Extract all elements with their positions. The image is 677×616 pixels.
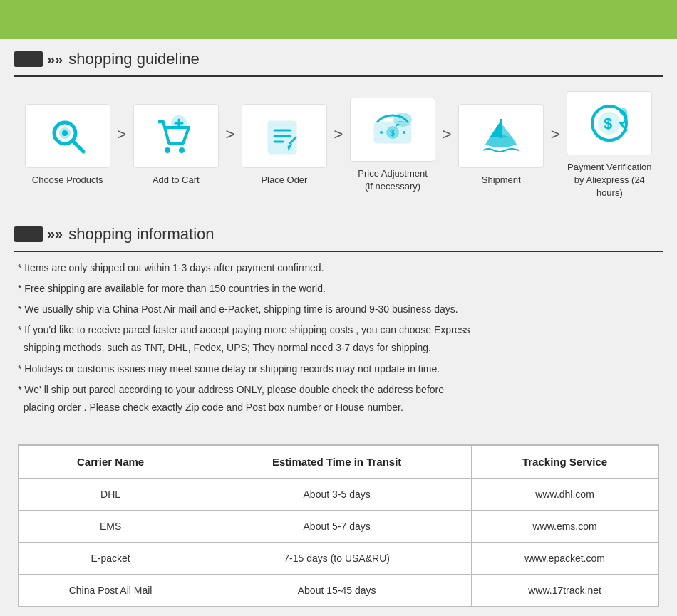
step-label-shipment: Shipment xyxy=(482,174,521,187)
step-payment-verification: $ Payment Verificationby Aliexpress (24 … xyxy=(564,91,656,200)
step-label-place-order: Place Oder xyxy=(261,174,307,187)
svg-point-17 xyxy=(380,131,383,134)
transit-epacket: 7-15 days (to USA&RU) xyxy=(202,543,472,575)
transit-chinapost: About 15-45 days xyxy=(202,575,472,607)
step-icon-add-to-cart xyxy=(133,104,219,168)
svg-text:...: ... xyxy=(398,116,405,124)
information-title: shopping information xyxy=(68,225,214,244)
search-icon xyxy=(46,115,89,157)
carrier-dhl: DHL xyxy=(19,479,202,511)
info-line-4: * If you'd like to receive parcel faster… xyxy=(18,321,659,357)
order-icon xyxy=(263,115,306,157)
arrow-2: > xyxy=(225,125,234,144)
info-line-2: * Free shipping are available for more t… xyxy=(18,280,659,298)
transit-ems: About 5-7 days xyxy=(202,511,472,543)
tracking-ems: www.ems.com xyxy=(472,511,658,543)
title-decoration: »» xyxy=(14,51,63,68)
svg-point-5 xyxy=(179,147,185,153)
svg-marker-22 xyxy=(502,125,512,137)
step-label-choose-products: Choose Products xyxy=(32,174,103,187)
table-header-tracking: Tracking Service xyxy=(472,446,658,479)
svg-point-18 xyxy=(403,131,405,134)
info-chevrons: »» xyxy=(47,226,63,242)
title-chevrons: »» xyxy=(47,51,63,68)
guideline-title: shopping guideline xyxy=(68,50,200,68)
arrow-4: > xyxy=(443,125,452,144)
info-bar-block xyxy=(14,226,43,242)
arrow-1: > xyxy=(117,125,126,144)
step-icon-shipment xyxy=(458,104,544,168)
arrow-3: > xyxy=(334,125,343,144)
shipping-table: Carrier Name Estimated Time in Transit T… xyxy=(19,445,658,607)
tracking-dhl: www.dhl.com xyxy=(472,479,658,511)
guideline-title-bar: »» shopping guideline xyxy=(14,50,663,68)
table-row: EMS About 5-7 days www.ems.com xyxy=(19,511,658,543)
svg-line-3 xyxy=(73,141,83,152)
step-label-add-to-cart: Add to Cart xyxy=(153,174,200,187)
table-header-carrier: Carrier Name xyxy=(19,446,202,479)
carrier-ems: EMS xyxy=(19,511,202,543)
step-icon-choose-products xyxy=(25,104,110,168)
table-header-transit: Estimated Time in Transit xyxy=(202,446,472,479)
payment-icon: $ xyxy=(588,102,631,145)
carrier-chinapost: China Post Ail Mail xyxy=(19,575,202,607)
step-icon-price-adjustment: $ ... xyxy=(350,98,435,162)
step-add-to-cart: Add to Cart xyxy=(130,104,222,187)
info-text-block: * Items are only shipped out within 1-3 … xyxy=(18,259,659,417)
svg-point-4 xyxy=(165,147,170,153)
step-label-price-adjustment: Price Adjustment(if necessary) xyxy=(358,167,428,193)
svg-point-27 xyxy=(620,108,627,115)
steps-container: Choose Products > Add to Cart > xyxy=(0,77,677,214)
arrow-5: > xyxy=(551,125,560,144)
shipping-table-wrapper: Carrier Name Estimated Time in Transit T… xyxy=(18,444,659,607)
svg-point-2 xyxy=(62,130,68,136)
step-icon-place-order xyxy=(242,104,327,168)
step-choose-products: Choose Products xyxy=(21,104,113,187)
info-line-3: * We usually ship via China Post Air mai… xyxy=(18,301,659,318)
info-line-5: * Holidays or customs issues may meet so… xyxy=(18,360,659,378)
table-row: China Post Ail Mail About 15-45 days www… xyxy=(19,575,658,607)
step-place-order: Place Oder xyxy=(238,104,330,187)
step-label-payment-verification: Payment Verificationby Aliexpress (24 ho… xyxy=(564,161,656,200)
information-title-bar: »» shopping information xyxy=(14,225,663,244)
transit-dhl: About 3-5 days xyxy=(202,479,472,511)
tracking-chinapost: www.17track.net xyxy=(472,575,658,607)
ship-icon xyxy=(480,115,522,157)
table-row: DHL About 3-5 days www.dhl.com xyxy=(19,479,658,511)
price-icon: $ ... xyxy=(371,108,414,151)
green-header-bar xyxy=(0,0,677,39)
title-bar-block xyxy=(14,51,43,67)
info-title-decoration: »» xyxy=(14,226,63,242)
svg-marker-21 xyxy=(490,120,501,137)
table-header-row: Carrier Name Estimated Time in Transit T… xyxy=(19,446,658,479)
info-line-6: * We' ll ship out parcel according to yo… xyxy=(18,381,659,417)
step-shipment: Shipment xyxy=(455,104,547,187)
svg-rect-9 xyxy=(269,122,296,153)
svg-text:$: $ xyxy=(390,128,395,138)
step-price-adjustment: $ ... Price Adjustment(if necessary) xyxy=(346,98,438,193)
info-line-1: * Items are only shipped out within 1-3 … xyxy=(18,259,659,277)
carrier-epacket: E-packet xyxy=(19,543,202,575)
step-icon-payment-verification: $ xyxy=(567,91,652,155)
table-row: E-packet 7-15 days (to USA&RU) www.epack… xyxy=(19,543,658,575)
svg-text:$: $ xyxy=(604,115,612,132)
cart-icon xyxy=(155,115,197,157)
info-section: * Items are only shipped out within 1-3 … xyxy=(0,252,677,434)
tracking-epacket: www.epacket.com xyxy=(472,543,658,575)
